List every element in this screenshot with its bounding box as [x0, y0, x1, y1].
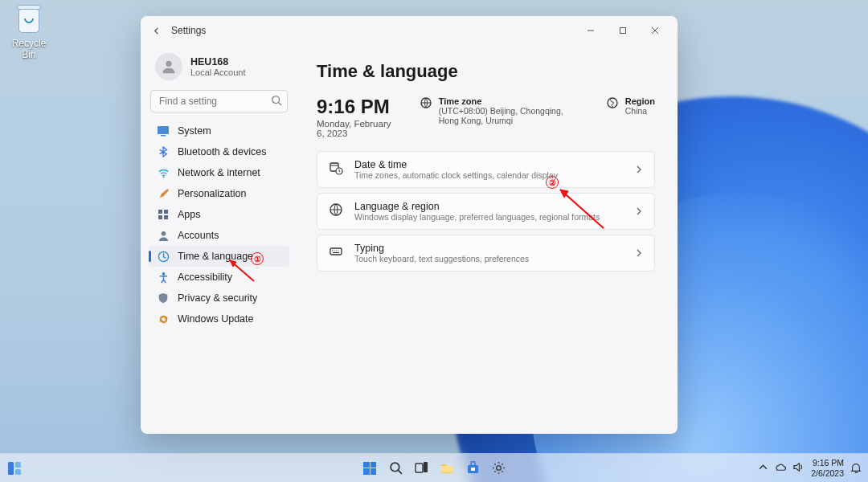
update-icon	[157, 312, 170, 325]
svg-line-4	[279, 103, 282, 106]
svg-rect-27	[15, 462, 21, 468]
taskbar-date: 2/6/2023	[811, 468, 844, 478]
sidebar-item-label: Windows Update	[178, 313, 254, 325]
timezone-block: Time zone (UTC+08:00) Beijing, Chongqing…	[420, 96, 583, 125]
calendar-clock-icon	[329, 161, 343, 178]
titlebar: Settings	[141, 16, 678, 45]
region-label: Region	[625, 96, 655, 106]
sidebar-item-label: Personalization	[178, 188, 246, 199]
minimize-button[interactable]	[575, 19, 607, 42]
maximize-button[interactable]	[607, 19, 639, 42]
search-box[interactable]	[150, 90, 288, 112]
sidebar-item-label: System	[178, 125, 211, 137]
sidebar-item-personalization[interactable]: Personalization	[149, 183, 289, 204]
tray-onedrive-icon[interactable]	[774, 461, 786, 475]
svg-point-12	[161, 231, 166, 235]
chevron-right-icon	[635, 246, 643, 260]
avatar	[155, 53, 182, 80]
sidebar-item-label: Network & internet	[178, 167, 260, 178]
keyboard-icon	[329, 244, 343, 262]
sidebar-item-network[interactable]: Network & internet	[149, 162, 289, 183]
tray-chevron-up-icon[interactable]	[759, 463, 768, 473]
sidebar-item-windows-update[interactable]: Windows Update	[149, 308, 289, 329]
account-type: Local Account	[190, 67, 246, 77]
svg-rect-35	[471, 468, 475, 471]
card-typing[interactable]: Typing Touch keyboard, text suggestions,…	[317, 235, 655, 272]
svg-rect-5	[158, 126, 169, 134]
svg-point-29	[391, 463, 399, 472]
window-title: Settings	[171, 25, 206, 36]
card-title: Date & time	[354, 159, 558, 170]
sidebar: HEU168 Local Account System Bluetooth & …	[141, 45, 297, 434]
svg-line-30	[398, 471, 401, 474]
taskbar: 9:16 PM 2/6/2023	[0, 453, 868, 482]
wifi-icon	[157, 166, 170, 179]
svg-rect-31	[416, 464, 423, 472]
search-input[interactable]	[150, 90, 288, 112]
svg-line-24	[560, 190, 604, 228]
desktop-icon-recycle-bin[interactable]: Recycle Bin	[5, 2, 53, 60]
svg-rect-1	[620, 28, 626, 34]
back-button[interactable]	[147, 21, 166, 40]
taskbar-widgets[interactable]	[4, 458, 25, 479]
account-block[interactable]: HEU168 Local Account	[149, 45, 289, 90]
notifications-icon[interactable]	[850, 462, 862, 475]
svg-point-7	[162, 176, 164, 178]
timezone-label: Time zone	[439, 96, 583, 106]
close-button[interactable]	[639, 19, 671, 42]
brush-icon	[157, 187, 170, 200]
region-block: Region China	[606, 96, 655, 116]
account-name: HEU168	[190, 56, 246, 67]
taskbar-search[interactable]	[385, 458, 406, 479]
chevron-right-icon	[635, 204, 643, 219]
sidebar-item-bluetooth[interactable]: Bluetooth & devices	[149, 141, 289, 162]
taskbar-time: 9:16 PM	[811, 458, 844, 468]
taskbar-center	[359, 458, 509, 479]
sidebar-item-accessibility[interactable]: Accessibility	[149, 267, 289, 288]
svg-rect-26	[8, 462, 14, 475]
apps-icon	[157, 208, 170, 221]
sidebar-item-apps[interactable]: Apps	[149, 204, 289, 225]
svg-rect-32	[424, 462, 428, 472]
sidebar-item-time-language[interactable]: Time & language	[149, 246, 289, 267]
sidebar-item-system[interactable]: System	[149, 120, 289, 141]
region-icon	[606, 96, 619, 111]
taskbar-clock[interactable]: 9:16 PM 2/6/2023	[811, 458, 844, 477]
svg-rect-28	[15, 469, 21, 475]
tray-volume-icon[interactable]	[792, 461, 805, 475]
recycle-bin-icon	[13, 2, 45, 36]
system-icon	[157, 125, 170, 137]
task-view[interactable]	[411, 458, 432, 479]
sidebar-item-accounts[interactable]: Accounts	[149, 225, 289, 246]
svg-rect-9	[164, 210, 168, 214]
svg-rect-10	[158, 215, 162, 219]
svg-rect-21	[330, 248, 342, 255]
chevron-right-icon	[635, 162, 643, 177]
sidebar-item-label: Bluetooth & devices	[178, 146, 267, 157]
timezone-value: (UTC+08:00) Beijing, Chongqing, Hong Kon…	[439, 106, 583, 125]
person-icon	[157, 229, 170, 242]
shield-icon	[157, 292, 170, 304]
card-date-time[interactable]: Date & time Time zones, automatic clock …	[317, 151, 655, 188]
store-icon[interactable]	[462, 458, 483, 479]
main-panel: Time & language 9:16 PM Monday, February…	[297, 45, 678, 434]
svg-point-36	[496, 466, 501, 471]
timezone-icon	[420, 96, 432, 111]
sidebar-item-label: Accessibility	[178, 272, 232, 283]
region-value: China	[625, 106, 655, 116]
start-button[interactable]	[359, 458, 380, 479]
settings-taskbar-icon[interactable]	[488, 458, 509, 479]
language-icon	[329, 202, 343, 220]
svg-point-14	[162, 272, 165, 275]
svg-rect-33	[441, 466, 452, 472]
clock-date: Monday, February 6, 2023	[317, 119, 397, 138]
page-title: Time & language	[317, 61, 655, 82]
svg-point-3	[272, 96, 280, 104]
sidebar-item-privacy[interactable]: Privacy & security	[149, 288, 289, 308]
svg-point-2	[166, 61, 171, 67]
settings-window: Settings HEU168 Local Account	[141, 16, 678, 434]
sidebar-item-label: Accounts	[178, 230, 219, 241]
explorer-icon[interactable]	[436, 458, 457, 479]
nav-list: System Bluetooth & devices Network & int…	[149, 120, 289, 329]
svg-rect-8	[158, 210, 162, 214]
